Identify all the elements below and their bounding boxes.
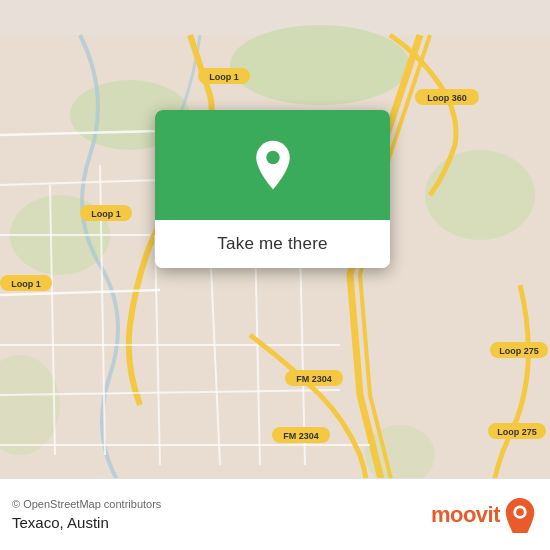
svg-point-38: [516, 508, 524, 516]
svg-text:Loop 360: Loop 360: [427, 93, 467, 103]
popup-map-area: [155, 110, 390, 220]
svg-point-1: [230, 25, 410, 105]
take-me-there-button[interactable]: Take me there: [155, 220, 390, 268]
svg-text:Loop 1: Loop 1: [91, 209, 121, 219]
bottom-bar: © OpenStreetMap contributors Texaco, Aus…: [0, 478, 550, 550]
svg-text:Loop 1: Loop 1: [11, 279, 41, 289]
svg-text:Loop 275: Loop 275: [499, 346, 539, 356]
location-info: © OpenStreetMap contributors Texaco, Aus…: [12, 498, 161, 531]
popup-card: Take me there: [155, 110, 390, 268]
moovit-pin-icon: [504, 497, 536, 533]
svg-text:FM 2304: FM 2304: [283, 431, 319, 441]
moovit-logo: moovit: [431, 497, 536, 533]
svg-point-36: [266, 151, 279, 164]
svg-text:FM 2304: FM 2304: [296, 374, 332, 384]
map-attribution: © OpenStreetMap contributors: [12, 498, 161, 510]
map-container: Loop 1 Loop 360 Loop 1 Loop 1 FM 2304 FM…: [0, 0, 550, 550]
svg-text:Loop 1: Loop 1: [209, 72, 239, 82]
svg-point-4: [425, 150, 535, 240]
svg-text:Loop 275: Loop 275: [497, 427, 537, 437]
location-pin-icon: [247, 139, 299, 191]
map-background: Loop 1 Loop 360 Loop 1 Loop 1 FM 2304 FM…: [0, 0, 550, 550]
location-label: Texaco, Austin: [12, 514, 161, 531]
moovit-text: moovit: [431, 502, 500, 528]
